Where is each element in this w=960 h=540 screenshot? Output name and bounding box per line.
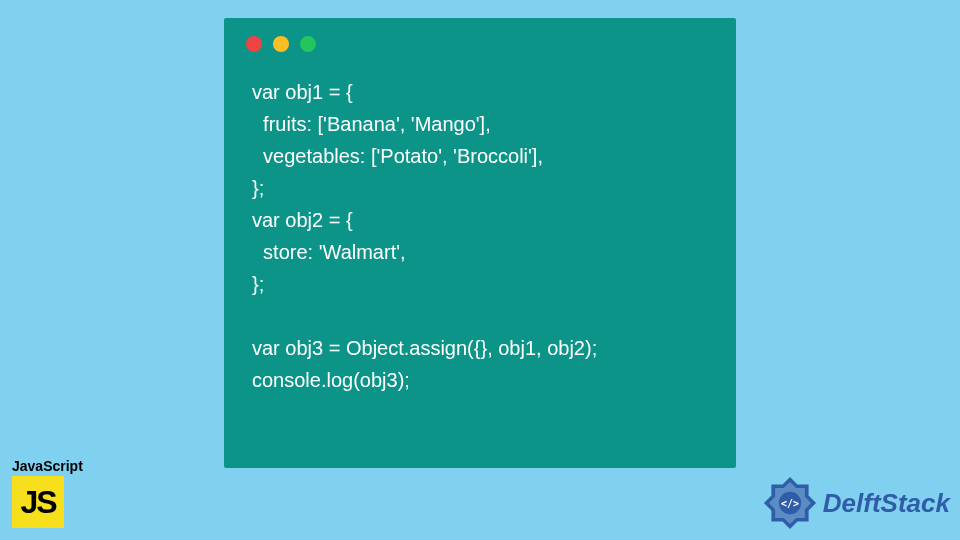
code-line: vegetables: ['Potato', 'Broccoli'], — [252, 145, 543, 167]
code-line: store: 'Walmart', — [252, 241, 406, 263]
code-content: var obj1 = { fruits: ['Banana', 'Mango']… — [224, 52, 736, 396]
code-line: fruits: ['Banana', 'Mango'], — [252, 113, 491, 135]
code-line: var obj3 = Object.assign({}, obj1, obj2)… — [252, 337, 597, 359]
delftstack-badge: </> DelftStack — [759, 472, 950, 534]
code-line: var obj1 = { — [252, 81, 353, 103]
javascript-badge: JavaScript JS — [12, 458, 82, 528]
code-line: }; — [252, 177, 264, 199]
javascript-label: JavaScript — [12, 458, 82, 474]
javascript-logo-icon: JS — [12, 476, 64, 528]
close-icon — [246, 36, 262, 52]
svg-text:</>: </> — [781, 498, 799, 509]
code-window: var obj1 = { fruits: ['Banana', 'Mango']… — [224, 18, 736, 468]
code-line: }; — [252, 273, 264, 295]
minimize-icon — [273, 36, 289, 52]
delftstack-logo-icon: </> — [759, 472, 821, 534]
code-line: console.log(obj3); — [252, 369, 410, 391]
maximize-icon — [300, 36, 316, 52]
code-line: var obj2 = { — [252, 209, 353, 231]
window-controls — [224, 18, 736, 52]
delftstack-text: DelftStack — [823, 488, 950, 519]
